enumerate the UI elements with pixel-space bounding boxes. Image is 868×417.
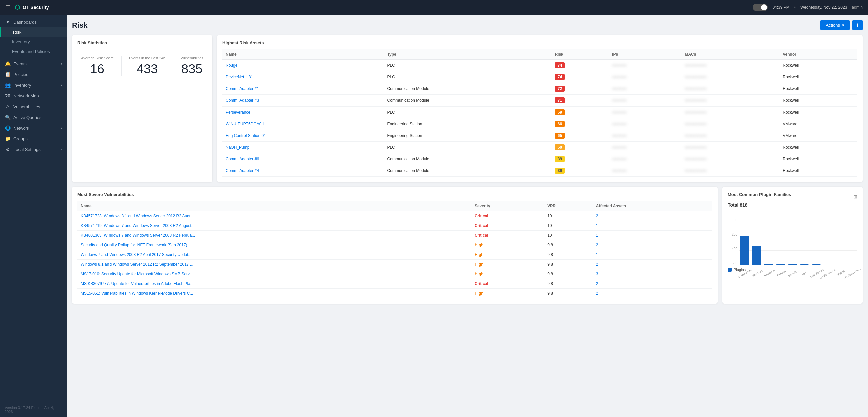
asset-macs-cell: ●●●●●●●●●●●● (681, 60, 779, 71)
vuln-affected-cell[interactable]: 1 (593, 231, 712, 240)
asset-name-cell[interactable]: Eng Control Station 01 (222, 130, 384, 142)
vuln-affected-link[interactable]: 2 (596, 262, 598, 267)
sidebar-network-label: Network (13, 125, 29, 130)
vuln-affected-link[interactable]: 1 (596, 224, 598, 228)
vuln-name-link[interactable]: MS17-010: Security Update for Microsoft … (81, 272, 193, 276)
vuln-name-cell[interactable]: MS17-010: Security Update for Microsoft … (78, 269, 471, 279)
risk-assets-table: Name Type Risk IPs MACs Vendor Rouge PLC… (222, 50, 857, 177)
asset-name-link[interactable]: Eng Control Station 01 (226, 133, 266, 138)
vuln-affected-link[interactable]: 1 (596, 252, 598, 257)
vuln-name-link[interactable]: Windows 7 and Windows 2008 R2 April 2017… (81, 252, 192, 257)
vuln-name-link[interactable]: Security and Quality Rollup for .NET Fra… (81, 243, 187, 247)
vuln-name-cell[interactable]: Windows 7 and Windows 2008 R2 April 2017… (78, 250, 471, 260)
vuln-name-cell[interactable]: KB4571723: Windows 8.1 and Windows Serve… (78, 211, 471, 221)
vuln-affected-cell[interactable]: 2 (593, 240, 712, 250)
sidebar-sub-risk[interactable]: Risk (0, 27, 67, 37)
sidebar-item-vulnerabilities[interactable]: ⚠ Vulnerabilities (0, 101, 67, 112)
risk-statistics-card: Risk Statistics Average Risk Score 16 Ev… (72, 35, 212, 182)
vuln-name-cell[interactable]: Security and Quality Rollup for .NET Fra… (78, 240, 471, 250)
asset-name-link[interactable]: WIN-UEUPT5DGA0H (226, 122, 265, 126)
vuln-affected-cell[interactable]: 2 (593, 289, 712, 298)
actions-button[interactable]: Actions ▾ (820, 20, 850, 30)
vuln-affected-link[interactable]: 1 (596, 233, 598, 238)
asset-name-cell[interactable]: Comm. Adapter #1 (222, 83, 384, 95)
vuln-name-link[interactable]: KB4571719: Windows 7 and Windows Server … (81, 224, 195, 228)
asset-name-cell[interactable]: Comm. Adapter #4 (222, 165, 384, 177)
asset-risk-cell: 71 (551, 95, 609, 107)
sidebar-item-dashboards[interactable]: ▾ Dashboards (0, 17, 67, 27)
sidebar-item-events[interactable]: 🔔 Events › (0, 58, 67, 69)
col-ips: IPs (609, 50, 681, 60)
asset-name-link[interactable]: Rouge (226, 63, 237, 68)
vuln-name-cell[interactable]: KB4601363: Windows 7 and Windows Server … (78, 231, 471, 240)
bar-fill (764, 264, 773, 265)
chart-bar: Misc. (799, 218, 810, 265)
asset-type-cell: Communication Module (384, 165, 552, 177)
vuln-affected-cell[interactable]: 2 (593, 211, 712, 221)
vuln-name-link[interactable]: KB4601363: Windows 7 and Windows Server … (81, 233, 195, 238)
export-button[interactable]: ⬇ (852, 20, 863, 30)
theme-toggle[interactable] (753, 4, 768, 11)
asset-vendor-cell: Rockwell (779, 71, 857, 83)
asset-name-link[interactable]: DeviceNet_L81 (226, 75, 253, 80)
vuln-table-row: MS15-051: Vulnerabilities in Windows Ker… (78, 289, 712, 298)
sidebar-item-local-settings[interactable]: ⚙ Local Settings › (0, 144, 67, 155)
vuln-affected-cell[interactable]: 2 (593, 260, 712, 269)
stats-row: Average Risk Score 16 Events in the Last… (78, 50, 207, 83)
vuln-affected-cell[interactable]: 1 (593, 221, 712, 231)
dashboards-icon: ▾ (5, 19, 11, 25)
asset-name-cell[interactable]: Perseverance (222, 107, 384, 118)
vuln-name-link[interactable]: Windows 8.1 and Windows Server 2012 R2 S… (81, 262, 193, 267)
asset-name-cell[interactable]: Comm. Adapter #3 (222, 95, 384, 107)
vuln-vpr-cell: 9.8 (544, 240, 593, 250)
vuln-affected-cell[interactable]: 3 (593, 269, 712, 279)
vuln-vpr-cell: 9.8 (544, 260, 593, 269)
active-queries-icon: 🔍 (5, 115, 11, 120)
asset-name-cell[interactable]: Comm. Adapter #6 (222, 153, 384, 165)
vuln-name-link[interactable]: MS15-051: Vulnerabilities in Windows Ker… (81, 291, 193, 296)
vuln-affected-link[interactable]: 2 (596, 214, 598, 218)
vuln-name-cell[interactable]: MS KB3079777: Update for Vulnerabilities… (78, 279, 471, 289)
app-name: OT Security (23, 5, 49, 10)
risk-badge: 74 (555, 74, 564, 80)
grid-view-icon[interactable]: ⊞ (853, 194, 857, 199)
sidebar-item-policies[interactable]: 📋 Policies (0, 69, 67, 80)
vuln-affected-link[interactable]: 2 (596, 243, 598, 247)
sidebar-active-queries-label: Active Queries (13, 115, 42, 120)
most-severe-vuln-title: Most Severe Vulnerabilities (78, 192, 712, 197)
vuln-affected-cell[interactable]: 1 (593, 250, 712, 260)
vuln-affected-link[interactable]: 2 (596, 291, 598, 296)
vuln-severity-cell: High (471, 250, 544, 260)
asset-name-link[interactable]: Comm. Adapter #4 (226, 168, 259, 173)
asset-name-link[interactable]: Comm. Adapter #1 (226, 87, 259, 91)
vuln-name-cell[interactable]: KB4571719: Windows 7 and Windows Server … (78, 221, 471, 231)
user-info[interactable]: admin (851, 5, 863, 10)
hamburger-menu[interactable]: ☰ (5, 4, 11, 11)
vuln-affected-link[interactable]: 3 (596, 272, 598, 276)
sidebar-item-network[interactable]: 🌐 Network › (0, 122, 67, 133)
asset-name-link[interactable]: Comm. Adapter #3 (226, 98, 259, 103)
sidebar-sub-events-policies[interactable]: Events and Policies (0, 47, 67, 56)
asset-name-cell[interactable]: DeviceNet_L81 (222, 71, 384, 83)
sidebar-sub-inventory[interactable]: Inventory (0, 37, 67, 47)
sidebar-local-settings-label: Local Settings (13, 147, 41, 152)
sidebar-item-inventory[interactable]: 👥 Inventory › (0, 80, 67, 90)
asset-name-cell[interactable]: NaOH_Pump (222, 142, 384, 153)
events-value: 433 (129, 62, 165, 77)
asset-type-cell: Engineering Station (384, 130, 552, 142)
sidebar-item-groups[interactable]: 📁 Groups (0, 133, 67, 144)
vuln-name-cell[interactable]: Windows 8.1 and Windows Server 2012 R2 S… (78, 260, 471, 269)
vuln-affected-link[interactable]: 2 (596, 281, 598, 286)
sidebar-item-network-map[interactable]: 🗺 Network Map (0, 90, 67, 101)
asset-name-cell[interactable]: WIN-UEUPT5DGA0H (222, 118, 384, 130)
vuln-name-link[interactable]: KB4571723: Windows 8.1 and Windows Serve… (81, 214, 195, 218)
vuln-name-cell[interactable]: MS15-051: Vulnerabilities in Windows Ker… (78, 289, 471, 298)
sidebar-item-active-queries[interactable]: 🔍 Active Queries (0, 112, 67, 122)
asset-name-cell[interactable]: Rouge (222, 60, 384, 71)
vuln-affected-cell[interactable]: 2 (593, 279, 712, 289)
asset-name-link[interactable]: NaOH_Pump (226, 145, 249, 150)
asset-name-link[interactable]: Perseverance (226, 110, 250, 115)
vuln-table: Name Severity VPR Affected Assets KB4571… (78, 201, 712, 298)
vuln-name-link[interactable]: MS KB3079777: Update for Vulnerabilities… (81, 281, 194, 286)
asset-name-link[interactable]: Comm. Adapter #6 (226, 156, 259, 161)
